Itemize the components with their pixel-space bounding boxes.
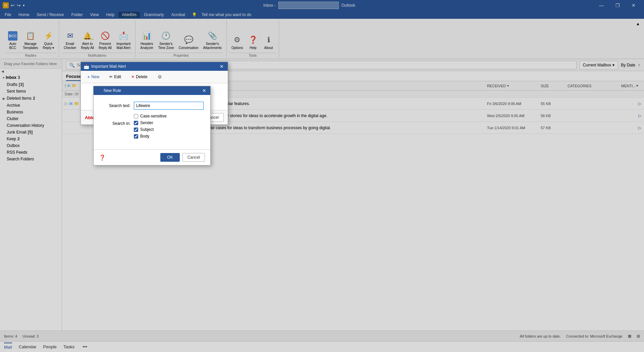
nr-footer-btns: OK Cancel [160, 153, 205, 162]
dialog-settings-btn[interactable]: ⚙ [155, 73, 165, 81]
subject-option: Subject [134, 127, 154, 132]
dialog-toolbar: + New ✏ Edit ✕ Delete ⚙ [81, 71, 228, 83]
new-btn-label: New [91, 74, 99, 79]
search-in-label: Search in: [100, 120, 130, 126]
case-sensitive-label: Case-sensitive [140, 114, 167, 118]
new-rule-close-btn[interactable]: ✕ [201, 87, 208, 94]
search-text-input[interactable] [134, 102, 204, 110]
delete-btn-label: Delete [136, 74, 148, 79]
case-sensitive-checkbox[interactable] [134, 114, 138, 118]
nr-help-icon[interactable]: ❓ [99, 154, 106, 161]
new-btn-plus-icon: + [87, 74, 90, 80]
important-mail-dialog-close[interactable]: ✕ [218, 63, 225, 70]
edit-icon: ✏ [109, 74, 113, 79]
new-rule-cancel-btn[interactable]: Cancel [182, 153, 205, 162]
sender-checkbox[interactable] [134, 121, 138, 125]
sender-label: Sender [140, 120, 153, 125]
new-rule-footer: ❓ OK Cancel [94, 149, 210, 165]
new-rule-dialog: New Rule ✕ Search text: Case-sensitive S… [93, 86, 211, 165]
search-text-row: Search text: [100, 102, 204, 110]
edit-btn-label: Edit [114, 74, 121, 79]
new-rule-body: Search text: Case-sensitive Search in: S… [94, 95, 210, 149]
dialog-edit-btn[interactable]: ✏ Edit [106, 73, 124, 81]
nr-color-indicator [96, 88, 102, 93]
dialog-mail-icon: 📩 [84, 64, 89, 69]
case-sensitive-row: Case-sensitive [134, 114, 204, 118]
body-checkbox[interactable] [134, 134, 138, 139]
delete-icon: ✕ [131, 74, 135, 79]
subject-label: Subject [140, 127, 154, 132]
search-in-options: Sender Subject Body [134, 120, 154, 139]
important-mail-dialog-title: Important Mail Alert [91, 64, 126, 69]
body-label: Body [140, 134, 149, 139]
sender-option: Sender [134, 120, 154, 125]
new-rule-title: New Rule [104, 88, 121, 93]
new-rule-ok-btn[interactable]: OK [160, 153, 179, 162]
dialog-overlay: 📩 Important Mail Alert ✕ + New ✏ Edit ✕ … [0, 0, 644, 352]
new-rule-dialog-titlebar: New Rule ✕ [94, 86, 210, 95]
search-text-label: Search text: [100, 103, 130, 108]
nr-titlebar-left: New Rule [96, 88, 121, 93]
important-mail-dialog-titlebar: 📩 Important Mail Alert ✕ [81, 62, 228, 71]
settings-gear-icon: ⚙ [158, 74, 162, 80]
body-option: Body [134, 134, 154, 139]
dialog-new-btn[interactable]: + New [84, 73, 102, 81]
dialog-delete-btn[interactable]: ✕ Delete [128, 73, 151, 81]
dialog-titlebar-left: 📩 Important Mail Alert [84, 64, 126, 69]
search-in-section: Search in: Sender Subject Body [100, 120, 204, 139]
subject-checkbox[interactable] [134, 128, 138, 132]
